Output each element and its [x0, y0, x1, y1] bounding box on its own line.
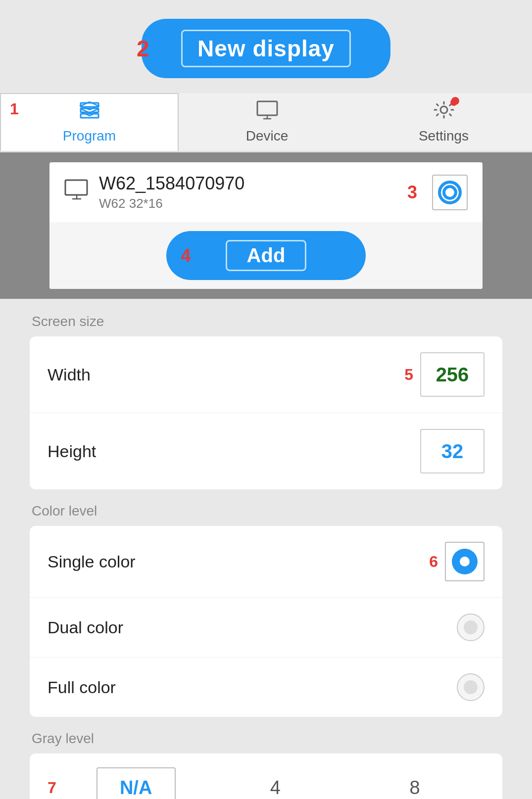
tab-device[interactable]: Device: [179, 93, 355, 151]
new-display-button[interactable]: 2 New display: [142, 19, 390, 78]
tab-settings-label: Settings: [419, 128, 469, 144]
device-monitor-icon: [64, 179, 89, 205]
gray-8-option[interactable]: 8: [345, 777, 484, 799]
gray-na-box[interactable]: N/A: [97, 767, 176, 799]
device-row: W62_1584070970 W62 32*16 3: [49, 162, 483, 222]
full-color-radio[interactable]: [457, 673, 484, 701]
device-panel: W62_1584070970 W62 32*16 3 4 Add: [0, 152, 532, 299]
radio-circle: [438, 181, 462, 204]
single-color-radio[interactable]: [445, 542, 484, 581]
monitor-icon: [256, 100, 279, 124]
tab-program-label: Program: [63, 128, 116, 144]
width-label: Width: [48, 365, 404, 384]
gray-level-card: 7 N/A 4 8: [30, 753, 502, 799]
top-area: 2 New display: [0, 0, 532, 93]
tab-settings[interactable]: Settings: [355, 93, 532, 151]
color-level-label: Color level: [32, 503, 502, 519]
color-level-card: Single color 6 Dual color Full color: [30, 526, 502, 717]
add-button[interactable]: 4 Add: [166, 231, 366, 280]
device-info: W62_1584070970 W62 32*16: [99, 173, 397, 211]
width-value: 256: [436, 364, 469, 386]
gear-icon: [433, 100, 455, 124]
svg-rect-9: [65, 180, 87, 195]
gray-8-label: 8: [410, 777, 420, 799]
dual-color-radio[interactable]: [457, 613, 484, 641]
add-label: Add: [226, 240, 307, 271]
tab-program[interactable]: 1 Program: [0, 93, 179, 151]
gray-na-option[interactable]: N/A: [66, 767, 206, 799]
screen-size-label: Screen size: [32, 314, 502, 329]
dual-color-label: Dual color: [48, 618, 457, 637]
gray-na-label: N/A: [120, 777, 152, 798]
add-step-badge: 4: [181, 245, 191, 266]
new-display-label: New display: [181, 30, 351, 67]
gray-level-label: Gray level: [32, 731, 502, 747]
device-card: W62_1584070970 W62 32*16 3 4 Add: [49, 162, 483, 289]
radio-filled: [452, 549, 478, 574]
svg-point-8: [440, 106, 447, 113]
screen-size-card: Width 5 256 Height 32: [30, 336, 502, 489]
device-name: W62_1584070970: [99, 173, 397, 194]
tab-device-label: Device: [246, 128, 289, 144]
color-step-badge: 6: [429, 553, 438, 571]
height-input[interactable]: 32: [420, 429, 484, 473]
radio-unsel-inner-2: [464, 680, 478, 694]
device-sub: W62 32*16: [99, 196, 397, 211]
height-row: Height 32: [30, 413, 502, 489]
gray-4-option[interactable]: 4: [206, 777, 345, 799]
screen-step-badge: 5: [404, 366, 413, 384]
height-value: 32: [441, 440, 464, 463]
width-row: Width 5 256: [30, 336, 502, 413]
tab-program-step: 1: [10, 100, 19, 118]
dual-color-row[interactable]: Dual color: [30, 598, 502, 658]
tab-navigation: 1 Program Device: [0, 93, 532, 152]
radio-unsel-inner: [464, 620, 478, 634]
device-step-badge: 3: [407, 182, 417, 203]
full-color-label: Full color: [48, 678, 457, 697]
gray-4-label: 4: [270, 777, 281, 799]
single-color-row[interactable]: Single color 6: [30, 526, 502, 598]
layers-icon: [79, 101, 100, 124]
height-label: Height: [48, 442, 420, 461]
full-color-row[interactable]: Full color: [30, 658, 502, 717]
add-button-wrap: 4 Add: [49, 222, 483, 289]
new-display-badge: 2: [137, 35, 149, 62]
width-input[interactable]: 256: [420, 352, 484, 397]
device-radio-selected[interactable]: [432, 175, 468, 210]
gray-level-row: 7 N/A 4 8: [30, 753, 502, 799]
main-content: Screen size Width 5 256 Height 32 Color …: [0, 299, 532, 799]
svg-rect-4: [257, 101, 277, 115]
gray-step-badge: 7: [48, 779, 56, 797]
single-color-label: Single color: [48, 552, 429, 571]
